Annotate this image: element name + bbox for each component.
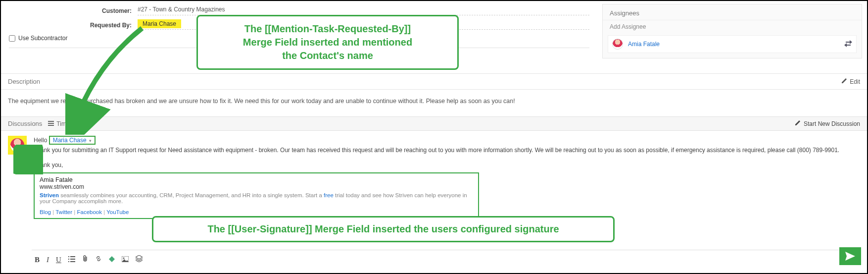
bold-button[interactable]: B bbox=[35, 256, 40, 264]
avatar-icon bbox=[612, 39, 623, 50]
italic-button[interactable]: I bbox=[47, 256, 49, 264]
attach-button[interactable] bbox=[82, 255, 88, 264]
assignees-panel: Assignees Add Assignee Amia Fatale bbox=[602, 4, 862, 58]
start-new-discussion-label: Start New Discussion bbox=[804, 120, 860, 127]
mention-chip[interactable]: Maria Chase ▾ bbox=[49, 136, 96, 145]
merge-field-button[interactable] bbox=[109, 256, 115, 264]
signature-link-twitter[interactable]: Twitter bbox=[55, 209, 72, 215]
signature-free-link[interactable]: free bbox=[324, 192, 334, 198]
signature-brand-link[interactable]: Striven bbox=[40, 192, 59, 198]
customer-label: Customer: bbox=[9, 7, 138, 14]
message-closing: Thank you, bbox=[34, 162, 860, 168]
edit-label: Edit bbox=[850, 78, 860, 85]
pencil-icon bbox=[841, 78, 847, 85]
discussions-title: Discussions bbox=[8, 120, 42, 127]
signature-link-youtube[interactable]: YouTube bbox=[106, 209, 129, 215]
message-body: Thank you for submitting an IT Support r… bbox=[34, 147, 860, 154]
svg-point-1 bbox=[123, 257, 124, 259]
image-button[interactable] bbox=[122, 256, 129, 264]
timeline-icon bbox=[48, 120, 54, 127]
list-button[interactable] bbox=[68, 256, 75, 264]
link-button[interactable] bbox=[95, 255, 102, 264]
reassign-icon[interactable] bbox=[844, 40, 852, 49]
chevron-down-icon: ▾ bbox=[89, 138, 92, 143]
subcontractor-checkbox[interactable] bbox=[9, 35, 15, 42]
signature-link-facebook[interactable]: Facebook bbox=[77, 209, 102, 215]
greeting-text: Hello bbox=[34, 137, 49, 144]
discussion-editor[interactable]: Hello Maria Chase ▾ Thank you for submit… bbox=[34, 136, 860, 219]
annotation-arrow-2 bbox=[13, 145, 43, 174]
layers-button[interactable] bbox=[136, 255, 143, 264]
pencil-icon bbox=[795, 120, 801, 127]
start-new-discussion-button[interactable]: Start New Discussion bbox=[795, 120, 860, 127]
annotation-callout-mention: The [[Mention-Task-Requested-By]] Merge … bbox=[196, 15, 459, 70]
customer-value: #27 - Town & Country Magazines bbox=[138, 6, 589, 15]
mention-name: Maria Chase bbox=[53, 137, 87, 144]
send-icon bbox=[845, 252, 855, 261]
send-button[interactable] bbox=[839, 247, 861, 265]
signature-site: www.striven.com bbox=[40, 183, 473, 190]
signature-link-blog[interactable]: Blog bbox=[40, 209, 51, 215]
assignees-title: Assignees bbox=[603, 4, 862, 20]
editor-toolbar: B I U bbox=[32, 250, 842, 264]
annotation-arrow-1 bbox=[65, 26, 204, 135]
subcontractor-label: Use Subcontractor bbox=[18, 35, 67, 42]
annotation-callout-signature: The [[User-Signature]] Merge Field inser… bbox=[152, 216, 615, 242]
underline-button[interactable]: U bbox=[56, 256, 61, 264]
signature-block: Amia Fatale www.striven.com Striven seam… bbox=[34, 172, 479, 219]
add-assignee-button[interactable]: Add Assignee bbox=[603, 20, 862, 32]
signature-tagline-1: seamlessly combines your accounting, CRM… bbox=[59, 192, 324, 198]
edit-description-button[interactable]: Edit bbox=[841, 78, 860, 85]
assignee-name[interactable]: Amia Fatale bbox=[628, 41, 844, 48]
signature-name: Amia Fatale bbox=[40, 176, 473, 183]
assignee-row[interactable]: Amia Fatale bbox=[608, 35, 857, 53]
